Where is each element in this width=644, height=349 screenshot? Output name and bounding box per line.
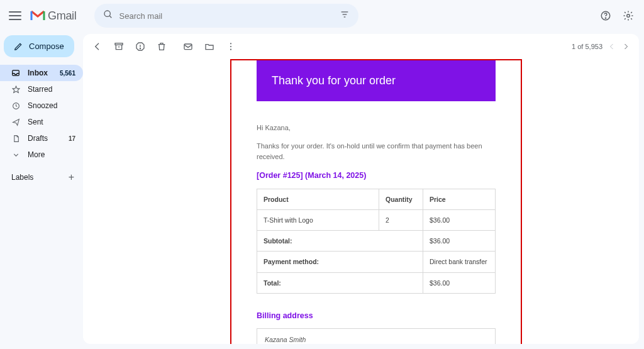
pager-next-icon[interactable] <box>621 42 630 51</box>
sidebar-item-inbox[interactable]: Inbox 5,561 <box>0 65 83 81</box>
payment-value: Direct bank transfer <box>423 252 496 272</box>
table-row-total: Total: $36.00 <box>257 272 496 293</box>
compose-label: Compose <box>29 42 64 51</box>
pager: 1 of 5,953 <box>572 42 630 51</box>
main-area: Compose Inbox 5,561 Starred Snoozed <box>0 31 644 349</box>
sidebar-item-snoozed[interactable]: Snoozed <box>0 97 83 114</box>
help-icon[interactable] <box>599 9 613 23</box>
order-table: Product Quantity Price T-Shirt with Logo… <box>257 189 496 294</box>
gmail-logo-text: Gmail <box>48 9 77 23</box>
svg-point-18 <box>230 49 231 50</box>
top-bar: Gmail <box>0 0 644 31</box>
sidebar-item-label: Starred <box>28 85 75 94</box>
svg-point-0 <box>104 11 110 16</box>
draft-icon <box>11 134 20 143</box>
back-icon[interactable] <box>92 41 103 52</box>
pager-text: 1 of 5,953 <box>572 43 602 50</box>
sidebar-item-label: Drafts <box>28 134 69 143</box>
mark-unread-icon[interactable] <box>182 41 194 52</box>
settings-icon[interactable] <box>621 9 635 23</box>
message-body-area: Thank you for your order Hi Kazana, Than… <box>83 59 639 344</box>
billing-name: Kazana Smith <box>265 335 487 344</box>
email-content: Thank you for your order Hi Kazana, Than… <box>231 60 521 344</box>
email-banner-title: Thank you for your order <box>272 74 480 87</box>
th-product: Product <box>257 189 379 209</box>
subtotal-label: Subtotal: <box>257 231 423 252</box>
sidebar-item-drafts[interactable]: Drafts 17 <box>0 130 83 147</box>
delete-icon[interactable] <box>156 41 167 52</box>
total-label: Total: <box>257 272 423 293</box>
add-label-icon[interactable]: + <box>69 172 74 183</box>
pencil-icon <box>14 42 23 51</box>
sidebar-item-count: 17 <box>69 135 75 142</box>
billing-heading: Billing address <box>257 310 496 322</box>
more-icon[interactable] <box>225 41 236 52</box>
email-intro: Thanks for your order. It's on-hold unti… <box>257 141 496 162</box>
svg-point-7 <box>627 14 630 18</box>
search-icon <box>103 9 113 22</box>
search-input[interactable] <box>119 11 340 21</box>
svg-rect-15 <box>184 44 192 50</box>
sidebar-item-label: Snoozed <box>28 101 75 110</box>
sidebar-item-more[interactable]: More <box>0 147 83 163</box>
gmail-m-icon <box>30 10 45 21</box>
th-quantity: Quantity <box>379 189 423 209</box>
svg-point-16 <box>230 43 231 44</box>
email-body: Hi Kazana, Thanks for your order. It's o… <box>231 101 521 344</box>
svg-point-17 <box>230 46 231 47</box>
sidebar-item-label: Sent <box>28 118 75 126</box>
email-banner: Thank you for your order <box>257 60 496 101</box>
billing-address-block: Kazana Smith 221 Bakers Street London CA… <box>257 328 496 344</box>
subtotal-value: $36.00 <box>423 231 496 252</box>
inbox-icon <box>11 69 20 77</box>
star-icon <box>11 85 20 94</box>
nav: Inbox 5,561 Starred Snoozed Sent <box>0 65 83 163</box>
sidebar-item-starred[interactable]: Starred <box>0 81 83 97</box>
payment-label: Payment method: <box>257 252 423 272</box>
table-row-subtotal: Subtotal: $36.00 <box>257 231 496 252</box>
svg-point-6 <box>605 18 606 18</box>
svg-point-14 <box>140 48 140 48</box>
cell-quantity: 2 <box>379 209 423 230</box>
sidebar: Compose Inbox 5,561 Starred Snoozed <box>0 31 83 349</box>
labels-heading-row: Labels + <box>0 172 83 183</box>
search-bar[interactable] <box>94 4 358 28</box>
labels-heading: Labels <box>11 173 33 182</box>
spam-icon[interactable] <box>135 41 146 52</box>
search-options-icon[interactable] <box>340 9 350 22</box>
sidebar-item-sent[interactable]: Sent <box>0 114 83 130</box>
menu-icon[interactable] <box>9 11 21 20</box>
sent-icon <box>11 118 20 126</box>
email-highlight-frame: Thank you for your order Hi Kazana, Than… <box>230 59 522 344</box>
total-value: $36.00 <box>423 272 496 293</box>
cell-price: $36.00 <box>423 209 496 230</box>
svg-marker-9 <box>13 86 19 92</box>
cell-product: T-Shirt with Logo <box>257 209 379 230</box>
table-row-payment: Payment method: Direct bank transfer <box>257 252 496 272</box>
sidebar-item-label: More <box>28 150 75 159</box>
email-greeting: Hi Kazana, <box>257 123 496 133</box>
content-panel: 1 of 5,953 Thank you for your order Hi K… <box>83 34 639 344</box>
message-toolbar: 1 of 5,953 <box>83 34 639 59</box>
table-header-row: Product Quantity Price <box>257 189 496 209</box>
gmail-logo[interactable]: Gmail <box>30 9 77 23</box>
clock-icon <box>11 101 20 110</box>
table-row: T-Shirt with Logo 2 $36.00 <box>257 209 496 230</box>
svg-rect-11 <box>115 43 123 45</box>
svg-line-1 <box>109 16 111 18</box>
pager-prev-icon[interactable] <box>608 42 616 51</box>
sidebar-item-count: 5,561 <box>60 70 75 77</box>
move-to-icon[interactable] <box>204 41 215 52</box>
th-price: Price <box>423 189 496 209</box>
order-heading: [Order #125] (March 14, 2025) <box>257 170 496 182</box>
archive-icon[interactable] <box>113 41 125 52</box>
sidebar-item-label: Inbox <box>28 69 60 77</box>
top-right-actions <box>599 9 635 23</box>
compose-button[interactable]: Compose <box>4 35 74 57</box>
chevron-down-icon <box>11 150 20 159</box>
